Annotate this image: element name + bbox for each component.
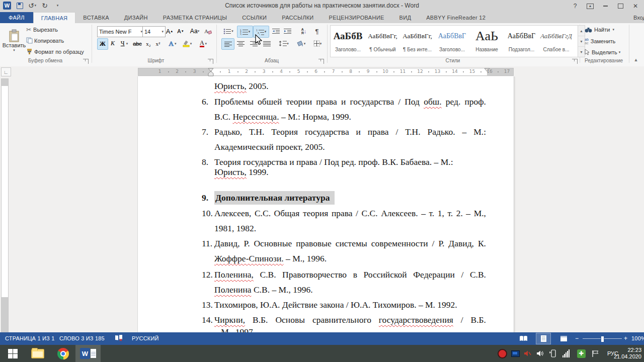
vertical-ruler[interactable]: [1, 78, 9, 332]
zoom-level[interactable]: 100%: [631, 335, 644, 341]
close-button[interactable]: ✕: [629, 1, 642, 11]
sort-button[interactable]: АЯ↓: [298, 26, 310, 36]
language-status[interactable]: РУССКИЙ: [132, 335, 159, 341]
collapse-ribbon-icon[interactable]: ▲: [632, 56, 640, 63]
tab-вид[interactable]: ВИД: [392, 12, 419, 23]
print-layout-button[interactable]: [536, 333, 550, 344]
font-color-button[interactable]: А▾: [196, 38, 210, 49]
style-card-0[interactable]: АаБбВЗаголово...: [331, 26, 365, 57]
tab-рецензирование[interactable]: РЕЦЕНЗИРОВАНИЕ: [321, 12, 392, 23]
tab-stop-selector[interactable]: ∟: [1, 67, 11, 76]
tray-muted-speaker[interactable]: [522, 345, 534, 362]
document-paragraph[interactable]: 12.Поленина, С.В. Правотворчество в Росс…: [202, 267, 486, 297]
styles-more-icon[interactable]: ▼: [578, 47, 585, 57]
clear-formatting-button[interactable]: А: [202, 26, 213, 36]
restore-button[interactable]: [614, 1, 627, 11]
change-case-button[interactable]: Аа▾: [188, 26, 201, 36]
document-paragraph[interactable]: 13.Тихомиров, Ю.А. Действие закона / Ю.А…: [202, 297, 486, 312]
select-button[interactable]: Выделить▾: [585, 49, 620, 55]
tray-network[interactable]: [559, 345, 573, 362]
document-paragraph[interactable]: – М., 1997.: [214, 327, 486, 332]
tab-ссылки[interactable]: ССЫЛКИ: [234, 12, 274, 23]
paste-button[interactable]: Вставить ▾: [4, 25, 24, 56]
taskbar-word[interactable]: W: [75, 345, 101, 362]
document-paragraph[interactable]: 6.Проблемы обшей теории права и государс…: [202, 94, 486, 124]
help-button[interactable]: ?: [569, 1, 582, 11]
taskbar-clock[interactable]: 22:23 21.04.2020: [614, 347, 641, 360]
minimize-button[interactable]: [599, 1, 612, 11]
text-effects-button[interactable]: А▾: [166, 38, 179, 49]
style-card-4[interactable]: АаЬНазвание: [469, 26, 504, 57]
page-count-status[interactable]: СТРАНИЦА 1 ИЗ 1: [5, 335, 55, 341]
show-marks-button[interactable]: ¶: [312, 26, 322, 36]
tray-recording-indicator[interactable]: [496, 345, 509, 362]
find-button[interactable]: Найти▾: [585, 27, 614, 33]
align-center-button[interactable]: [234, 38, 247, 49]
replace-button[interactable]: abac Заменить: [585, 38, 615, 45]
web-layout-button[interactable]: [556, 333, 571, 344]
ribbon-display-options-button[interactable]: ▲: [584, 1, 597, 11]
word-count-status[interactable]: СЛОВО 3 ИЗ 185: [59, 335, 105, 341]
taskbar-file-explorer[interactable]: [25, 345, 50, 362]
styles-scroll-up-icon[interactable]: ▲: [578, 26, 585, 36]
zoom-out-button[interactable]: −: [575, 335, 579, 342]
style-card-2[interactable]: АаБбВвГг,¶ Без инте...: [400, 26, 435, 57]
document-paragraph[interactable]: 10.Алексеев, С.С. Общая теория права / С…: [202, 206, 486, 236]
superscript-button[interactable]: x²: [153, 38, 163, 49]
clipboard-dialog-launcher-icon[interactable]: [84, 59, 89, 64]
align-left-button[interactable]: [221, 38, 234, 50]
start-button[interactable]: [0, 345, 25, 362]
tray-action-center[interactable]: [589, 345, 602, 362]
tray-speaker[interactable]: [534, 345, 546, 362]
tab-разметка-страницы[interactable]: РАЗМЕТКА СТРАНИЦЫ: [155, 12, 235, 23]
proofing-status-icon[interactable]: [115, 334, 123, 342]
tray-device[interactable]: [547, 345, 559, 362]
cut-button[interactable]: ✂ Вырезать: [26, 26, 58, 33]
shading-button[interactable]: ▾: [294, 38, 308, 49]
increase-indent-button[interactable]: [282, 26, 293, 36]
shrink-font-button[interactable]: A▼: [176, 26, 186, 36]
tab-главная[interactable]: ГЛАВНАЯ: [33, 12, 76, 24]
underline-button[interactable]: Ч▾: [118, 38, 131, 49]
style-card-1[interactable]: АаБбВвГг,¶ Обычный: [365, 26, 400, 57]
font-dialog-launcher-icon[interactable]: [208, 59, 213, 64]
decrease-indent-button[interactable]: [270, 26, 281, 36]
style-card-6[interactable]: АаБбВвГгДСлабое в...: [539, 26, 574, 57]
document-paragraph[interactable]: 7.Радько, Т.Н. Теория государства и прав…: [202, 124, 486, 154]
sign-in-link[interactable]: Вход: [633, 15, 644, 21]
styles-scroll-down-icon[interactable]: ▼: [578, 36, 585, 47]
horizontal-ruler[interactable]: 3211234567891011121314151617: [138, 68, 514, 76]
tray-antivirus[interactable]: ✚: [575, 345, 588, 362]
document-paragraph[interactable]: 8.Теория государства и права / Под ред. …: [202, 157, 486, 177]
bullets-button[interactable]: ▾: [221, 26, 235, 36]
document-paragraph[interactable]: 11.Давид, Р. Основные правовые системы с…: [202, 236, 486, 266]
paragraph-dialog-launcher-icon[interactable]: [319, 59, 324, 64]
zoom-slider-thumb[interactable]: [601, 336, 604, 342]
tray-display[interactable]: [509, 345, 521, 362]
italic-button[interactable]: К: [108, 38, 117, 49]
tab-рассылки[interactable]: РАССЫЛКИ: [274, 12, 321, 23]
document-paragraph[interactable]: 9.Дополнительная литература: [202, 190, 486, 205]
document-page[interactable]: Юристь, 2005.6.Проблемы обшей теории пра…: [137, 76, 514, 332]
borders-button[interactable]: ▾: [310, 38, 325, 49]
style-card-3[interactable]: АаБбВвГЗаголово...: [435, 26, 469, 57]
numbering-button[interactable]: 123▾: [237, 26, 253, 38]
line-spacing-button[interactable]: ▾: [277, 38, 291, 49]
tab-файл[interactable]: ФАЙЛ: [0, 12, 33, 23]
font-name-combobox[interactable]: Times New F▾: [97, 26, 144, 37]
document-paragraph[interactable]: Юристь, 2005.: [214, 78, 486, 94]
zoom-in-button[interactable]: +: [624, 335, 627, 342]
bold-button[interactable]: Ж: [97, 38, 108, 50]
read-mode-button[interactable]: [516, 333, 530, 344]
tab-дизайн[interactable]: ДИЗАЙН: [117, 12, 155, 23]
copy-button[interactable]: Копировать: [26, 37, 64, 44]
subscript-button[interactable]: x₂: [144, 38, 153, 49]
tab-вставка[interactable]: ВСТАВКА: [75, 12, 116, 23]
grow-font-button[interactable]: A▲: [165, 26, 175, 36]
taskbar-chrome[interactable]: [50, 345, 75, 362]
text-highlight-button[interactable]: ▾: [180, 38, 194, 49]
style-card-5[interactable]: АаБбВвГПодзагол...: [504, 26, 539, 57]
font-size-combobox[interactable]: 14▾: [142, 26, 166, 37]
tab-abbyy-finereader-12[interactable]: ABBYY FineReader 12: [419, 12, 493, 23]
strikethrough-button[interactable]: abc: [131, 38, 143, 49]
